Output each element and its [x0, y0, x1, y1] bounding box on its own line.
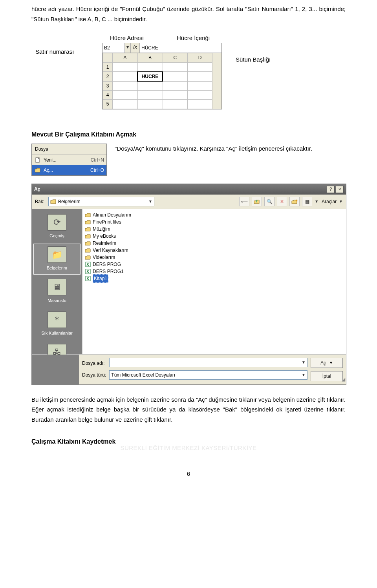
excel-cells: A B C D 1 2HÜCRE 3 4 5 — [102, 53, 212, 109]
place-label: Geçmiş — [35, 232, 79, 240]
new-folder-icon: ✳ — [291, 199, 298, 204]
place-item[interactable]: ⟳Geçmiş — [33, 211, 81, 242]
formula-bar[interactable]: HÜCRE — [140, 43, 221, 53]
label-satir-numarasi: Satır numarası — [35, 47, 74, 57]
file-menu: Dosya Yeni... Ctrl+N Aç... Ctrl+O — [31, 144, 107, 176]
menu-item-new[interactable]: Yeni... Ctrl+N — [32, 155, 106, 165]
views-icon: ▦ — [305, 198, 309, 206]
file-row[interactable]: XDERS PROG — [85, 261, 344, 268]
file-list[interactable]: Alınan DosyalarımFinePrint filesMüziğimM… — [82, 209, 346, 354]
excel-file-icon: X — [85, 275, 91, 282]
col-header[interactable]: D — [188, 53, 212, 62]
resize-grip-icon[interactable]: ◢ — [342, 375, 345, 383]
label-hucre-icerigi: Hücre İçeriği — [177, 33, 210, 43]
page-number: 6 — [31, 469, 346, 479]
filetype-combo[interactable]: Tüm Microsoft Excel Dosyaları ▼ — [109, 370, 307, 380]
svg-text:X: X — [86, 269, 89, 274]
chevron-down-icon: ▼ — [302, 371, 306, 378]
place-label: Sık Kullanılanlar — [35, 329, 79, 337]
bak-label: Bak: — [35, 198, 44, 206]
open-dialog: Aç ? × Bak: Belgelerim ▼ ⟵ 🔍 ✕ ✳ — [31, 184, 346, 384]
place-icon: 📁 — [48, 246, 66, 263]
tools-label[interactable]: Araçlar — [322, 198, 337, 206]
excel-annotation-area: Satır numarası Hücre Adresi Hücre İçeriğ… — [31, 31, 346, 117]
filename-input[interactable]: ▼ — [109, 358, 307, 367]
name-box-dropdown-icon[interactable]: ▾ — [125, 43, 131, 53]
place-icon: ＊ — [48, 311, 66, 328]
file-row[interactable]: XKitap1 — [85, 275, 344, 282]
place-item[interactable]: 📁Belgelerim — [33, 244, 81, 275]
file-row[interactable]: Müziğim — [85, 226, 344, 233]
label-sutun-basligi: Sütun Başlığı — [236, 55, 271, 65]
row-header[interactable]: 2 — [103, 72, 113, 81]
excel-mini-grid: B2 ▾ fx HÜCRE A B C D 1 2HÜCRE 3 4 5 — [102, 43, 222, 109]
fx-label[interactable]: fx — [131, 43, 140, 53]
place-icon: ⟳ — [48, 214, 66, 231]
col-header[interactable]: C — [163, 53, 188, 62]
menu-item-label: Yeni... — [44, 156, 57, 164]
menu-item-open[interactable]: Aç... Ctrl+O — [32, 165, 106, 175]
svg-text:✳: ✳ — [295, 199, 298, 202]
place-item[interactable]: 🖥Masaüstü — [33, 276, 81, 307]
folder-icon — [85, 233, 91, 239]
open-button[interactable]: Aç ▼ — [311, 358, 343, 368]
name-box[interactable]: B2 — [102, 43, 125, 53]
instruction-paragraph: "Dosya/Aç" komutunu tıklayınız. Karşınız… — [115, 144, 346, 154]
chevron-down-icon: ▼ — [329, 359, 333, 366]
chevron-down-icon: ▼ — [315, 198, 318, 205]
file-row[interactable]: XDERS PROG1 — [85, 268, 344, 275]
up-folder-icon — [254, 199, 260, 204]
chevron-down-icon: ▼ — [302, 359, 306, 366]
help-button[interactable]: ? — [327, 186, 335, 193]
place-icon: 🖥 — [48, 279, 66, 295]
row-header[interactable]: 5 — [103, 100, 113, 109]
folder-icon — [85, 226, 91, 232]
cancel-button[interactable]: İptal — [311, 371, 343, 381]
filetype-value: Tüm Microsoft Excel Dosyaları — [111, 371, 175, 379]
back-button[interactable]: ⟵ — [239, 197, 249, 206]
chevron-down-icon: ▼ — [339, 198, 343, 205]
file-name: Kitap1 — [93, 274, 108, 283]
file-menu-title[interactable]: Dosya — [32, 144, 106, 155]
svg-text:X: X — [86, 262, 89, 267]
dialog-title: Aç — [34, 185, 40, 193]
excel-file-icon: X — [85, 261, 91, 268]
file-row[interactable]: FinePrint files — [85, 218, 344, 226]
active-cell[interactable]: HÜCRE — [137, 72, 163, 81]
search-icon: 🔍 — [267, 198, 273, 206]
new-file-icon — [34, 157, 41, 163]
look-in-combo[interactable]: Belgelerim ▼ — [48, 197, 154, 206]
folder-icon — [85, 212, 91, 218]
col-header[interactable]: B — [137, 53, 163, 62]
file-row[interactable]: Alınan Dosyalarım — [85, 211, 344, 218]
search-button[interactable]: 🔍 — [264, 197, 275, 206]
views-button[interactable]: ▦ — [302, 197, 312, 206]
menu-item-shortcut: Ctrl+N — [91, 156, 104, 164]
row-header[interactable]: 4 — [103, 90, 113, 99]
excel-file-icon: X — [85, 268, 91, 275]
row-header[interactable]: 1 — [103, 62, 113, 71]
folder-icon — [50, 199, 57, 204]
filename-label: Dosya adı: — [82, 359, 106, 367]
section-heading-open: Mevcut Bir Çalışma Kitabını Açmak — [31, 129, 346, 140]
col-header[interactable]: A — [113, 53, 138, 62]
file-row[interactable]: Veri Kaynaklarım — [85, 247, 344, 254]
close-button[interactable]: × — [336, 186, 344, 193]
chevron-down-icon: ▼ — [148, 198, 152, 205]
place-label: Masaüstü — [35, 297, 79, 304]
menu-item-shortcut: Ctrl+O — [90, 166, 104, 174]
new-folder-button[interactable]: ✳ — [289, 197, 300, 206]
file-row[interactable]: Resimlerim — [85, 240, 344, 247]
after-paragraph: Bu iletişim penceresinde açmak için belg… — [31, 395, 346, 425]
delete-button[interactable]: ✕ — [277, 197, 287, 206]
file-row[interactable]: My eBooks — [85, 233, 344, 240]
filetype-label: Dosya türü: — [82, 371, 106, 379]
delete-icon: ✕ — [280, 198, 284, 206]
row-header[interactable]: 3 — [103, 81, 113, 90]
places-bar: ⟳Geçmiş📁Belgelerim🖥Masaüstü＊Sık Kullanıl… — [32, 209, 82, 354]
up-folder-button[interactable] — [252, 197, 262, 206]
open-folder-icon — [34, 167, 41, 173]
place-label: Belgelerim — [35, 264, 79, 272]
file-row[interactable]: Videolarım — [85, 254, 344, 261]
place-item[interactable]: ＊Sık Kullanılanlar — [33, 309, 81, 340]
